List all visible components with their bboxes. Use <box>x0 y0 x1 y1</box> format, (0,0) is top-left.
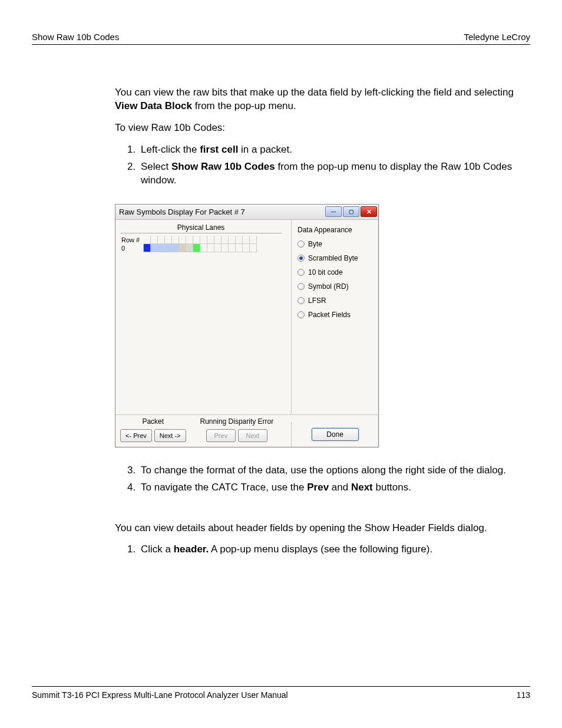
appearance-panel: Data Appearance Byte Scrambled Byte 10 b… <box>291 220 378 414</box>
radio-label: Packet Fields <box>308 311 351 319</box>
data-cell[interactable]: . <box>186 244 193 252</box>
radio-scrambled-byte[interactable]: Scrambled Byte <box>297 254 373 262</box>
data-cell[interactable]: . <box>144 244 151 252</box>
data-cell[interactable]: . <box>172 244 179 252</box>
data-cell-empty <box>229 244 236 252</box>
lanes-panel: Physical Lanes Row # . . . . . . . . . .… <box>115 220 291 414</box>
done-button[interactable]: Done <box>312 428 359 441</box>
physical-lanes-label: Physical Lanes <box>120 223 282 233</box>
page-footer: Summit T3-16 PCI Express Multi-Lane Prot… <box>32 686 530 700</box>
text: buttons. <box>373 482 411 493</box>
text: Left-click the <box>141 144 200 155</box>
content: You can view the raw bits that make up t… <box>115 86 525 565</box>
close-button[interactable]: ✕ <box>361 206 377 217</box>
step-1: Left-click the first cell in a packet. <box>138 143 525 157</box>
dialog-figure: Raw Symbols Display For Packet # 7 — ▢ ✕… <box>115 204 525 447</box>
text: in a packet. <box>238 144 292 155</box>
text: Select <box>141 161 171 172</box>
packet-next-button[interactable]: Next -> <box>154 429 186 442</box>
outro-para: You can view details about header fields… <box>115 522 525 535</box>
bold-header: header. <box>174 543 209 555</box>
rde-nav-group: Running Disparity Error Prev Next <box>200 417 274 442</box>
text: To navigate the CATC Trace, use the <box>141 482 307 493</box>
radio-symbol-rd[interactable]: Symbol (RD) <box>297 282 373 291</box>
dialog-title: Raw Symbols Display For Packet # 7 <box>119 207 245 216</box>
dialog-body: Physical Lanes Row # . . . . . . . . . .… <box>115 220 378 414</box>
radio-icon <box>297 311 305 318</box>
bold-show-raw-10b: Show Raw 10b Codes <box>171 161 275 172</box>
lane-header: . <box>144 236 151 244</box>
dialog-footer: Packet <- Prev Next -> Running Disparity… <box>115 414 378 447</box>
rde-prev-button[interactable]: Prev <box>206 429 236 442</box>
text: from the pop-up menu. <box>192 100 296 111</box>
data-appearance-label: Data Appearance <box>297 226 373 234</box>
lane-header: . <box>165 236 172 244</box>
raw-symbols-dialog: Raw Symbols Display For Packet # 7 — ▢ ✕… <box>115 204 379 447</box>
lane-header: . <box>222 236 229 244</box>
footer-page-number: 113 <box>517 690 530 700</box>
radio-icon <box>297 269 305 276</box>
data-cell[interactable]: . <box>165 244 172 252</box>
radio-label: Scrambled Byte <box>308 254 358 262</box>
page-header: Show Raw 10b Codes Teledyne LeCroy <box>32 32 530 45</box>
row-header: Row # <box>120 236 144 244</box>
lane-header: . <box>250 236 257 244</box>
radio-icon <box>297 297 305 304</box>
data-cell[interactable]: . <box>151 244 158 252</box>
outro-steps: Click a header. A pop-up menu displays (… <box>138 543 525 556</box>
steps-list-1: Left-click the first cell in a packet. S… <box>138 143 525 187</box>
lane-header: . <box>243 236 250 244</box>
lane-header: . <box>158 236 165 244</box>
radio-label: LFSR <box>308 297 326 305</box>
data-cell-empty <box>243 244 250 252</box>
data-cell-empty <box>214 244 222 252</box>
lane-header: . <box>214 236 222 244</box>
radio-label: Symbol (RD) <box>308 282 349 291</box>
row-0-label: 0 <box>120 244 144 252</box>
lane-header: . <box>207 236 214 244</box>
data-cell-empty <box>200 244 207 252</box>
lane-header: . <box>186 236 193 244</box>
minimize-button[interactable]: — <box>325 206 342 217</box>
steps-list-2: To change the format of the data, use th… <box>138 464 525 495</box>
data-cell-empty <box>236 244 243 252</box>
packet-label: Packet <box>142 417 164 426</box>
lane-header: . <box>172 236 179 244</box>
radio-packet-fields[interactable]: Packet Fields <box>297 311 373 319</box>
packet-prev-button[interactable]: <- Prev <box>120 429 152 442</box>
radio-10bit[interactable]: 10 bit code <box>297 268 373 276</box>
data-cell[interactable]: . <box>193 244 200 252</box>
footer-left: Summit T3-16 PCI Express Multi-Lane Prot… <box>32 690 288 700</box>
radio-label: Byte <box>308 240 322 248</box>
outro-step-1: Click a header. A pop-up menu displays (… <box>138 543 525 556</box>
data-cell-empty <box>222 244 229 252</box>
data-cell[interactable]: . <box>158 244 165 252</box>
rde-next-button[interactable]: Next <box>238 429 267 442</box>
lane-header: . <box>236 236 243 244</box>
bold-prev: Prev <box>307 482 329 493</box>
data-cell-empty <box>207 244 214 252</box>
maximize-button[interactable]: ▢ <box>343 206 359 217</box>
radio-label: 10 bit code <box>308 268 343 276</box>
bold-view-data-block: View Data Block <box>115 100 192 111</box>
lane-header: . <box>179 236 186 244</box>
footer-right: Done <box>291 422 378 447</box>
intro-para-2: To view Raw 10b Codes: <box>115 121 525 135</box>
rde-label: Running Disparity Error <box>200 417 274 426</box>
radio-icon-selected <box>297 255 305 262</box>
window-buttons: — ▢ ✕ <box>325 206 378 217</box>
text: Click a <box>141 543 174 555</box>
bold-next: Next <box>351 482 373 493</box>
data-cell[interactable]: . <box>179 244 186 252</box>
radio-icon <box>297 241 305 248</box>
step-4: To navigate the CATC Trace, use the Prev… <box>138 481 525 495</box>
data-cell-empty <box>250 244 257 252</box>
radio-lfsr[interactable]: LFSR <box>297 297 373 305</box>
step-3: To change the format of the data, use th… <box>138 464 525 477</box>
footer-left: Packet <- Prev Next -> Running Disparity… <box>115 415 291 447</box>
text: and <box>329 482 351 493</box>
step-2: Select Show Raw 10b Codes from the pop-u… <box>138 160 525 187</box>
lane-header: . <box>229 236 236 244</box>
radio-byte[interactable]: Byte <box>297 240 373 248</box>
header-left: Show Raw 10b Codes <box>32 32 119 42</box>
